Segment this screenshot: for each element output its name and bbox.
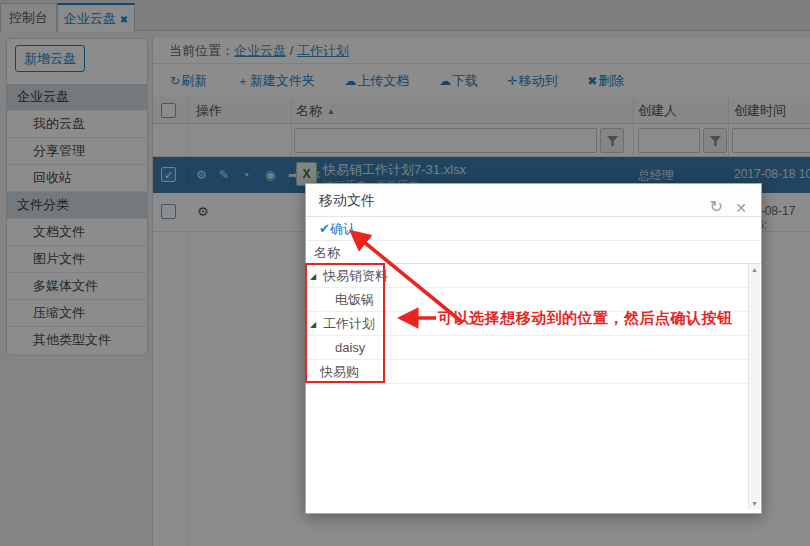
annotation-highlight-box [305, 263, 385, 383]
dialog-title-bar[interactable]: 移动文件 ↻ ✕ [306, 184, 761, 217]
scroll-up-icon[interactable]: ▲ [749, 266, 760, 273]
scroll-down-icon[interactable]: ▼ [749, 500, 760, 507]
tree-scrollbar[interactable]: ▲ ▼ [748, 264, 760, 509]
annotation-text: 可以选择想移动到的位置，然后点确认按钮 [438, 309, 733, 328]
confirm-button[interactable]: ✔确认 [319, 221, 356, 236]
app-screen: 控制台 企业云盘✖ 新增云盘 企业云盘 我的云盘 分享管理 回收站 文件分类 文… [0, 0, 810, 546]
tree-column-header: 名称 [306, 241, 761, 264]
dialog-toolbar: ✔确认 [306, 217, 761, 241]
dialog-title: 移动文件 [319, 192, 375, 208]
check-icon: ✔ [319, 221, 330, 236]
